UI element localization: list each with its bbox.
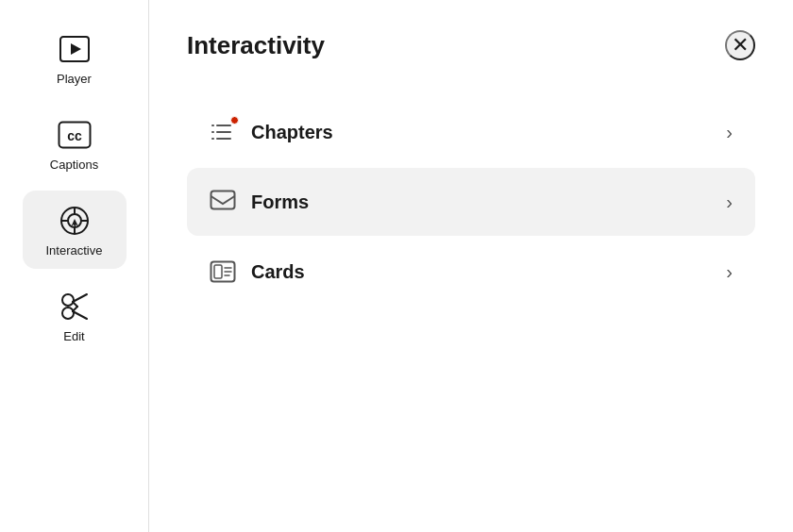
svg-line-13 bbox=[73, 311, 87, 319]
cards-label: Cards bbox=[251, 261, 305, 283]
main-panel: Interactivity ✕ Chapte bbox=[149, 0, 793, 532]
sidebar: Player cc Captions bbox=[0, 0, 149, 532]
svg-point-11 bbox=[62, 308, 74, 319]
menu-item-chapters[interactable]: Chapters › bbox=[187, 98, 755, 166]
menu-item-chapters-left: Chapters bbox=[210, 119, 333, 145]
sidebar-item-edit[interactable]: Edit bbox=[23, 276, 127, 355]
panel-title: Interactivity bbox=[187, 31, 325, 60]
sidebar-item-captions-label: Captions bbox=[50, 158, 98, 172]
close-button[interactable]: ✕ bbox=[725, 30, 755, 60]
svg-rect-24 bbox=[214, 265, 222, 278]
menu-item-forms-left: Forms bbox=[210, 189, 309, 215]
chapters-icon bbox=[210, 119, 236, 145]
menu-list: Chapters › Forms › bbox=[187, 98, 755, 306]
chapters-label: Chapters bbox=[251, 122, 333, 143]
captions-icon: cc bbox=[58, 118, 92, 152]
close-icon: ✕ bbox=[732, 33, 749, 58]
edit-icon bbox=[58, 290, 92, 324]
forms-chevron-icon: › bbox=[726, 191, 733, 213]
svg-marker-1 bbox=[71, 43, 81, 55]
cards-chevron-icon: › bbox=[726, 261, 733, 283]
forms-label: Forms bbox=[251, 191, 309, 213]
sidebar-item-edit-label: Edit bbox=[63, 329, 84, 343]
cards-icon bbox=[210, 258, 236, 285]
menu-item-cards[interactable]: Cards › bbox=[187, 238, 755, 306]
chapters-chevron-icon: › bbox=[726, 122, 733, 143]
svg-text:cc: cc bbox=[67, 128, 82, 143]
sidebar-item-player[interactable]: Player bbox=[23, 19, 127, 97]
panel-header: Interactivity ✕ bbox=[187, 30, 755, 60]
svg-line-15 bbox=[73, 307, 77, 311]
svg-line-14 bbox=[73, 302, 77, 307]
sidebar-item-interactive-label: Interactive bbox=[46, 243, 103, 258]
sidebar-item-interactive[interactable]: Interactive bbox=[23, 191, 127, 269]
interactive-icon bbox=[58, 204, 92, 238]
chapters-notification-dot bbox=[230, 116, 239, 125]
menu-item-forms[interactable]: Forms › bbox=[187, 168, 755, 236]
player-icon bbox=[58, 32, 92, 66]
svg-point-10 bbox=[62, 294, 74, 306]
svg-line-12 bbox=[73, 294, 87, 302]
sidebar-item-captions[interactable]: cc Captions bbox=[23, 105, 127, 183]
sidebar-item-player-label: Player bbox=[57, 72, 92, 86]
forms-icon bbox=[210, 189, 236, 215]
svg-rect-22 bbox=[211, 191, 235, 209]
menu-item-cards-left: Cards bbox=[210, 258, 305, 285]
